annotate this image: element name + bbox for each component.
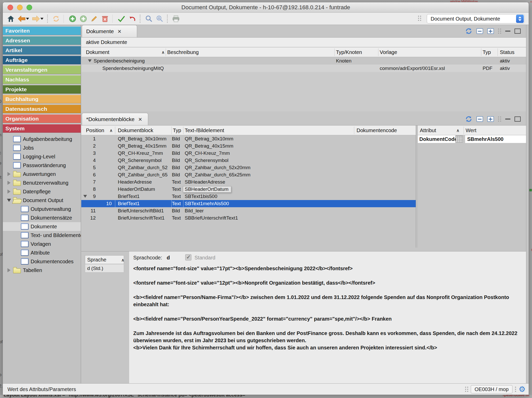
block-row[interactable]: 4QR_ScherensymbolBildQR_Scherensymbol <box>81 157 416 164</box>
home-icon[interactable] <box>6 14 16 23</box>
block-row[interactable]: 8HeaderOrtDatumTextSBHeaderOrtDatum <box>81 186 416 193</box>
column-header-typ[interactable]: Typ <box>173 125 181 135</box>
block-row[interactable]: 1QR_Betrag_30x10mmBildQR_Betrag_30x10mm <box>81 135 416 142</box>
tree-item-tabellen[interactable]: Tabellen <box>3 266 81 275</box>
confirm-check-icon[interactable] <box>117 14 126 23</box>
block-row[interactable]: 9BriefText1TextSBText1bis500 <box>81 193 416 200</box>
close-tab-icon[interactable] <box>117 28 121 34</box>
refresh-icon[interactable] <box>465 115 472 123</box>
maximize-panel-icon[interactable] <box>515 116 521 122</box>
expand-arrow-icon[interactable] <box>7 172 11 176</box>
attribute-value-cell[interactable]: SBmehrAls500 <box>465 135 526 143</box>
column-header-beschreibung[interactable]: Beschreibung <box>167 47 199 57</box>
sidebar-item-veranstaltungen[interactable]: Veranstaltungen <box>3 66 81 74</box>
tree-item-auswertungen[interactable]: Auswertungen <box>3 170 81 178</box>
column-header-attribut[interactable]: Attribut <box>420 125 436 135</box>
add-duplicate-icon[interactable] <box>78 14 88 23</box>
sort-indicator-icon[interactable] <box>456 125 459 135</box>
column-header-element[interactable]: Text-/Bildelement <box>185 125 224 135</box>
view-selector-dropdown[interactable]: Document Output, Dokumente <box>427 14 525 23</box>
column-header-vorlage[interactable]: Vorlage <box>380 47 397 57</box>
block-row[interactable]: 6QR_Zahlbar_durch_65BildQR_Zahlbar_durch… <box>81 171 416 178</box>
print-icon[interactable] <box>171 14 181 23</box>
sidebar-item-datenaustausch[interactable]: Datenaustausch <box>3 105 81 113</box>
attribute-name-cell[interactable]: DokumentCode <box>418 135 455 143</box>
block-row[interactable]: 5QR_Zahlbar_durch_52BildQR_Zahlbar_durch… <box>81 164 416 171</box>
maximize-panel-icon[interactable] <box>515 29 521 34</box>
collapse-arrow-icon[interactable] <box>7 199 11 202</box>
language-column-header[interactable]: Sprache <box>85 255 124 264</box>
close-tab-icon[interactable] <box>138 116 142 122</box>
toolbar-drag-grip[interactable] <box>418 16 421 21</box>
sidebar-item-projekte[interactable]: Projekte <box>3 85 81 94</box>
tree-item-dokumentensaetze[interactable]: Dokumentensätze <box>3 213 81 222</box>
reload-icon[interactable] <box>51 14 61 23</box>
add-new-icon[interactable] <box>68 14 77 23</box>
panel-drag-grip[interactable] <box>498 29 501 34</box>
expand-all-icon[interactable] <box>487 116 494 122</box>
sidebar-item-auftraege[interactable]: Aufträge <box>3 56 81 64</box>
tree-item-datenpflege[interactable]: Datenpflege <box>3 187 81 196</box>
tree-item-jobs[interactable]: Jobs <box>3 143 81 152</box>
tree-item-outputverwaltung[interactable]: Outputverwaltung <box>3 205 81 213</box>
tree-item-text-und-bildelemente[interactable]: Text- und Bildelemente <box>3 231 81 240</box>
forward-arrow-icon[interactable] <box>31 14 45 23</box>
document-block-text[interactable]: <fontsref name="font-size" value="17pt">… <box>133 265 522 358</box>
minimize-panel-icon[interactable] <box>505 119 510 120</box>
sort-indicator-icon[interactable] <box>110 125 113 135</box>
block-row[interactable]: 7HeaderAdresseTextSBHeaderAdresse <box>81 178 416 186</box>
forward-history-caret[interactable] <box>40 18 43 20</box>
sidebar-item-system[interactable]: System <box>3 124 81 133</box>
undo-icon[interactable] <box>127 14 137 23</box>
refresh-icon[interactable] <box>465 28 472 35</box>
text-editor-area[interactable]: Sprachcode: d Standard <fontsref name="f… <box>129 251 526 383</box>
column-header-typ-knoten[interactable]: Typ/Knoten <box>336 47 362 57</box>
search-user-icon[interactable] <box>155 14 164 23</box>
language-row-d-std[interactable]: d (Std.) <box>85 264 124 273</box>
back-history-caret[interactable] <box>26 18 29 20</box>
column-header-dokumentencode[interactable]: Dokumentencode <box>357 125 397 135</box>
tab-dokumentenbloecke[interactable]: *Dokumentenblöcke <box>82 113 148 125</box>
column-header-wert[interactable]: Wert <box>466 125 476 135</box>
sidebar-item-favoriten[interactable]: Favoriten <box>3 26 81 35</box>
block-row[interactable]: 12BriefUnterschriftText1TextSBBriefUnter… <box>81 214 416 222</box>
minimize-panel-icon[interactable] <box>505 31 510 32</box>
column-header-dokumentblock[interactable]: Dokumentblock <box>118 125 153 135</box>
block-row[interactable]: 11BriefUnterschriftBild1BildBild_leer <box>81 207 416 214</box>
tree-item-logging-level[interactable]: Logging-Level <box>3 152 81 161</box>
expand-all-icon[interactable] <box>487 28 494 34</box>
sidebar-item-buchhaltung[interactable]: Buchhaltung <box>3 95 81 103</box>
column-header-status[interactable]: Status <box>500 47 515 57</box>
expand-arrow-icon[interactable] <box>7 181 11 185</box>
standard-checkbox[interactable] <box>185 254 191 260</box>
sidebar-item-organisation[interactable]: Organisation <box>3 114 81 123</box>
back-arrow-icon[interactable] <box>17 14 30 23</box>
block-row[interactable]: 3QR_CH-Kreuz_7mmBildQR_CH-Kreuz_7mm <box>81 150 416 157</box>
expand-arrow-icon[interactable] <box>7 268 11 272</box>
table-lookup-icon[interactable] <box>456 136 463 142</box>
tab-dokumente[interactable]: Dokumente <box>82 25 137 37</box>
gear-settings-icon[interactable] <box>519 385 526 393</box>
column-header-position[interactable]: Position <box>86 125 104 135</box>
sidebar-item-artikel[interactable]: Artikel <box>3 46 81 55</box>
dropdown-stepper-icon[interactable] <box>516 15 524 23</box>
collapse-all-icon[interactable] <box>476 28 483 34</box>
tree-item-vorlagen[interactable]: Vorlagen <box>3 240 81 248</box>
tree-item-aufgabenbearbeitung[interactable]: Aufgabenbearbeitung <box>3 135 81 143</box>
panel-drag-grip[interactable] <box>498 116 501 122</box>
search-icon[interactable] <box>144 14 154 23</box>
tree-item-attribute[interactable]: Attribute <box>3 248 81 257</box>
table-row-spendenbescheinigung[interactable]: Spendenbescheinigung Knoten aktiv <box>81 57 526 65</box>
tree-item-document-output[interactable]: Document Output <box>3 196 81 205</box>
table-row-spendenbescheinigungmitq[interactable]: SpendenbescheinigungMitQ common/adrExpor… <box>81 65 526 72</box>
column-header-typ[interactable]: Typ <box>483 47 491 57</box>
column-header-dokument[interactable]: Dokument <box>86 47 109 57</box>
sort-indicator-icon[interactable] <box>162 47 165 57</box>
tree-item-passwortaenderung[interactable]: Passwortänderung <box>3 161 81 170</box>
panel-splitter[interactable] <box>416 125 418 248</box>
tree-item-dokumente[interactable]: Dokumente <box>3 222 81 231</box>
tree-item-dokumentencodes[interactable]: Dokumentencodes <box>3 257 81 266</box>
expand-arrow-icon[interactable] <box>7 189 11 194</box>
block-row-selected[interactable]: 10BriefText1TextSBText1mehrAls500 <box>81 200 416 207</box>
edit-pencil-icon[interactable] <box>89 14 99 23</box>
